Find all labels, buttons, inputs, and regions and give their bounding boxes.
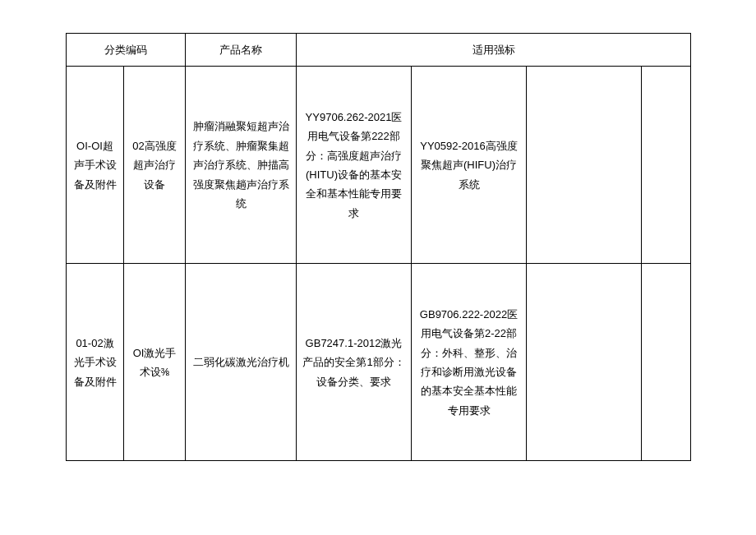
header-standard: 适用强标 — [297, 34, 691, 67]
cell-std-a: YY9706.262-2021医用电气设备第222部分：高强度超声治疗(HITU… — [297, 67, 412, 264]
cell-std-c — [527, 67, 642, 264]
header-name: 产品名称 — [186, 34, 297, 67]
standards-table: 分类编码 产品名称 适用强标 OI-OI超声手术设备及附件 02高强度超声治疗设… — [66, 33, 691, 461]
cell-std-b: GB9706.222-2022医用电气设备第2-22部分：外科、整形、治疗和诊断… — [412, 264, 527, 461]
cell-std-d — [642, 264, 691, 461]
cell-std-d — [642, 67, 691, 264]
cell-code-a: OI-OI超声手术设备及附件 — [67, 67, 124, 264]
table-row: OI-OI超声手术设备及附件 02高强度超声治疗设备 肿瘤消融聚短超声治疗系统、… — [67, 67, 691, 264]
table-row: 01-02激光手术设备及附件 OI激光手术设⅜ 二弱化碳激光治疗机 GB7247… — [67, 264, 691, 461]
cell-name: 肿瘤消融聚短超声治疗系统、肿瘤聚集超声治疗系统、肿描高强度聚焦趟声治疗系统 — [186, 67, 297, 264]
cell-name: 二弱化碳激光治疗机 — [186, 264, 297, 461]
cell-code-a: 01-02激光手术设备及附件 — [67, 264, 124, 461]
cell-std-c — [527, 264, 642, 461]
cell-std-a: GB7247.1-2012激光产品的安全第1部分：设备分类、要求 — [297, 264, 412, 461]
header-code: 分类编码 — [67, 34, 186, 67]
cell-code-b: OI激光手术设⅜ — [124, 264, 186, 461]
cell-std-b: YY0592-2016高强度聚焦超声(HIFU)治疗系统 — [412, 67, 527, 264]
header-row: 分类编码 产品名称 适用强标 — [67, 34, 691, 67]
cell-code-b: 02高强度超声治疗设备 — [124, 67, 186, 264]
